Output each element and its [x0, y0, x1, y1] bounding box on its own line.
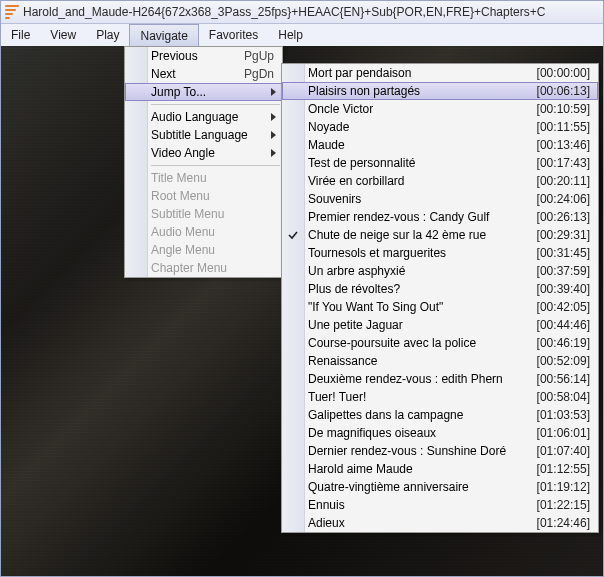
chapter-time: [01:19:12] — [537, 480, 590, 494]
chapter-time: [00:10:59] — [537, 102, 590, 116]
menu-help-label: Help — [278, 28, 303, 42]
jump-to-submenu: Mort par pendaison[00:00:00]Plaisirs non… — [281, 63, 599, 533]
chapter-item[interactable]: Maude[00:13:46] — [282, 136, 598, 154]
chapter-label: Quatre-vingtième anniversaire — [308, 480, 528, 494]
chapter-item[interactable]: Oncle Victor[00:10:59] — [282, 100, 598, 118]
chapter-time: [00:56:14] — [537, 372, 590, 386]
check-icon — [288, 230, 298, 240]
menu-view-label: View — [50, 28, 76, 42]
nav-next-accel: PgDn — [244, 67, 274, 81]
nav-previous-label: Previous — [151, 49, 254, 63]
chapter-label: Oncle Victor — [308, 102, 528, 116]
nav-audio-menu-label: Audio Menu — [151, 225, 254, 239]
chapter-item[interactable]: Harold aime Maude[01:12:55] — [282, 460, 598, 478]
nav-next[interactable]: Next PgDn — [125, 65, 282, 83]
chapter-item[interactable]: Noyade[00:11:55] — [282, 118, 598, 136]
chapter-time: [00:06:13] — [537, 84, 590, 98]
menu-play[interactable]: Play — [86, 24, 129, 46]
chapter-time: [00:42:05] — [537, 300, 590, 314]
nav-subtitle-menu: Subtitle Menu — [125, 205, 282, 223]
chapter-time: [00:17:43] — [537, 156, 590, 170]
chapter-label: Une petite Jaguar — [308, 318, 528, 332]
chapter-item[interactable]: Deuxième rendez-vous : edith Phern[00:56… — [282, 370, 598, 388]
chapter-item[interactable]: Chute de neige sur la 42 ème rue[00:29:3… — [282, 226, 598, 244]
chapter-item[interactable]: Dernier rendez-vous : Sunshine Doré[01:0… — [282, 442, 598, 460]
chapter-item[interactable]: Plus de révoltes?[00:39:40] — [282, 280, 598, 298]
chapter-time: [00:11:55] — [537, 120, 590, 134]
chapter-time: [00:31:45] — [537, 246, 590, 260]
chapter-item[interactable]: Virée en corbillard[00:20:11] — [282, 172, 598, 190]
chapter-item[interactable]: "If You Want To Sing Out"[00:42:05] — [282, 298, 598, 316]
nav-previous[interactable]: Previous PgUp — [125, 47, 282, 65]
menu-navigate[interactable]: Navigate — [129, 24, 198, 46]
chapter-item[interactable]: Un arbre asphyxié[00:37:59] — [282, 262, 598, 280]
nav-next-label: Next — [151, 67, 254, 81]
chapter-time: [01:24:46] — [537, 516, 590, 530]
chapter-label: Maude — [308, 138, 528, 152]
menu-file[interactable]: File — [1, 24, 40, 46]
chapter-item[interactable]: Quatre-vingtième anniversaire[01:19:12] — [282, 478, 598, 496]
menu-navigate-label: Navigate — [140, 29, 187, 43]
chapter-item[interactable]: Tuer! Tuer![00:58:04] — [282, 388, 598, 406]
nav-video-angle[interactable]: Video Angle — [125, 144, 282, 162]
submenu-arrow-icon — [271, 131, 276, 139]
chapter-item[interactable]: Course-poursuite avec la police[00:46:19… — [282, 334, 598, 352]
chapter-label: Plaisirs non partagés — [308, 84, 528, 98]
chapter-time: [00:58:04] — [537, 390, 590, 404]
chapter-time: [00:44:46] — [537, 318, 590, 332]
chapter-item[interactable]: Premier rendez-vous : Candy Gulf[00:26:1… — [282, 208, 598, 226]
chapter-time: [00:37:59] — [537, 264, 590, 278]
chapter-label: Dernier rendez-vous : Sunshine Doré — [308, 444, 528, 458]
menu-separator — [151, 104, 280, 105]
chapter-item[interactable]: Renaissance[00:52:09] — [282, 352, 598, 370]
chapter-item[interactable]: Tournesols et marguerites[00:31:45] — [282, 244, 598, 262]
chapter-label: Un arbre asphyxié — [308, 264, 528, 278]
chapter-item[interactable]: Souvenirs[00:24:06] — [282, 190, 598, 208]
nav-audio-menu: Audio Menu — [125, 223, 282, 241]
submenu-arrow-icon — [271, 113, 276, 121]
chapter-time: [01:03:53] — [537, 408, 590, 422]
chapter-item[interactable]: Ennuis[01:22:15] — [282, 496, 598, 514]
chapter-item[interactable]: De magnifiques oiseaux[01:06:01] — [282, 424, 598, 442]
chapter-item[interactable]: Mort par pendaison[00:00:00] — [282, 64, 598, 82]
chapter-time: [00:39:40] — [537, 282, 590, 296]
chapter-label: Adieux — [308, 516, 528, 530]
chapter-time: [00:46:19] — [537, 336, 590, 350]
chapter-item[interactable]: Galipettes dans la campagne[01:03:53] — [282, 406, 598, 424]
nav-chapter-menu: Chapter Menu — [125, 259, 282, 277]
nav-audio-language[interactable]: Audio Language — [125, 108, 282, 126]
chapter-item[interactable]: Une petite Jaguar[00:44:46] — [282, 316, 598, 334]
nav-video-angle-label: Video Angle — [151, 146, 254, 160]
chapter-label: Souvenirs — [308, 192, 528, 206]
chapter-label: De magnifiques oiseaux — [308, 426, 528, 440]
chapter-label: Tournesols et marguerites — [308, 246, 528, 260]
chapter-label: "If You Want To Sing Out" — [308, 300, 528, 314]
submenu-arrow-icon — [271, 149, 276, 157]
nav-subtitle-language[interactable]: Subtitle Language — [125, 126, 282, 144]
nav-angle-menu: Angle Menu — [125, 241, 282, 259]
chapter-time: [00:24:06] — [537, 192, 590, 206]
chapter-label: Noyade — [308, 120, 528, 134]
chapter-label: Virée en corbillard — [308, 174, 528, 188]
menu-help[interactable]: Help — [268, 24, 313, 46]
nav-subtitle-menu-label: Subtitle Menu — [151, 207, 254, 221]
menu-view[interactable]: View — [40, 24, 86, 46]
chapter-item[interactable]: Test de personnalité[00:17:43] — [282, 154, 598, 172]
nav-angle-menu-label: Angle Menu — [151, 243, 254, 257]
chapter-label: Tuer! Tuer! — [308, 390, 528, 404]
menu-bar: File View Play Navigate Favorites Help — [1, 24, 603, 47]
menu-favorites[interactable]: Favorites — [199, 24, 268, 46]
window-title: Harold_and_Maude-H264{672x368_3Pass_25fp… — [23, 5, 545, 19]
app-icon — [5, 5, 19, 19]
menu-favorites-label: Favorites — [209, 28, 258, 42]
chapter-time: [01:12:55] — [537, 462, 590, 476]
chapter-label: Renaissance — [308, 354, 528, 368]
chapter-item[interactable]: Adieux[01:24:46] — [282, 514, 598, 532]
nav-title-menu: Title Menu — [125, 169, 282, 187]
chapter-label: Course-poursuite avec la police — [308, 336, 528, 350]
nav-title-menu-label: Title Menu — [151, 171, 254, 185]
submenu-arrow-icon — [271, 88, 276, 96]
chapter-item[interactable]: Plaisirs non partagés[00:06:13] — [282, 82, 598, 100]
nav-jump-to-label: Jump To... — [151, 85, 254, 99]
nav-jump-to[interactable]: Jump To... — [125, 83, 282, 101]
